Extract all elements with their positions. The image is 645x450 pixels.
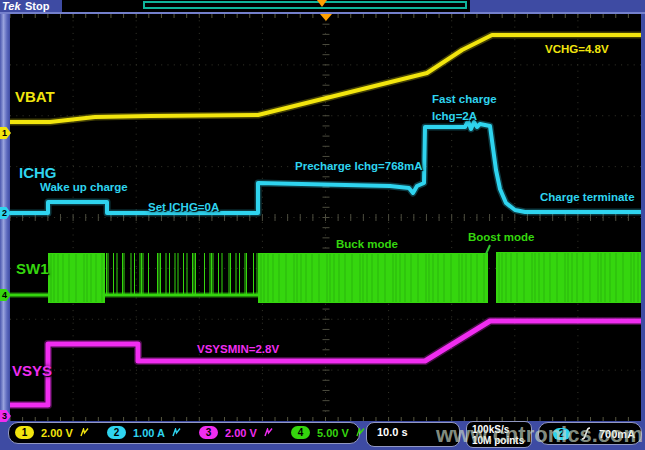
channel-1-badge: 1 <box>15 426 34 439</box>
channel-3-coupling-icon <box>264 428 273 437</box>
channel-1-coupling-icon <box>80 428 89 437</box>
trace-label-vbat: VBAT <box>15 88 55 105</box>
channel-1-readout: 1 2.00 V <box>15 426 89 439</box>
annotation-boost-mode: Boost mode <box>468 231 534 243</box>
channel-4-scale: 5.00 V <box>317 427 349 439</box>
channel-2-coupling-icon <box>172 428 181 437</box>
waveform-canvas <box>10 14 641 421</box>
channel-3-readout: 3 2.00 V <box>199 426 273 439</box>
timebase-value: 10.0 s <box>377 426 408 438</box>
channel-4-coupling-icon <box>356 428 365 437</box>
channel-3-badge: 3 <box>199 426 218 439</box>
channel-1-scale: 2.00 V <box>41 427 73 439</box>
watermark: www.cntronics.com <box>436 422 643 448</box>
waveform-display: VBAT ICHG SW1 VSYS VCHG=4.8V Fast charge… <box>10 14 641 421</box>
top-bar: Tek Stop <box>0 0 645 14</box>
brand-logo: Tek <box>2 0 21 12</box>
channel-2-scale: 1.00 A <box>133 427 165 439</box>
channel-4-readout: 4 5.00 V <box>291 426 365 439</box>
annotation-fast-charge-ichg: Ichg=2A <box>432 110 477 122</box>
channel-2-readout: 2 1.00 A <box>107 426 181 439</box>
annotation-charge-terminate: Charge terminate <box>540 191 635 203</box>
channel-2-badge: 2 <box>107 426 126 439</box>
trace-label-sw1: SW1 <box>16 260 49 277</box>
channel-3-scale: 2.00 V <box>225 427 257 439</box>
record-view-window <box>143 1 467 9</box>
oscilloscope-screen: Tek Stop VBAT ICHG SW1 VSYS VCHG=4.8V Fa… <box>0 0 645 450</box>
acquisition-status: Stop <box>25 0 49 12</box>
annotation-set-ichg: Set ICHG=0A <box>148 201 219 213</box>
record-trigger-marker-icon <box>317 0 327 7</box>
record-view-bar <box>62 0 470 12</box>
annotation-vsysmin: VSYSMIN=2.8V <box>197 343 279 355</box>
annotation-precharge: Precharge Ichg=768mA <box>295 160 423 172</box>
annotation-vchg: VCHG=4.8V <box>545 43 609 55</box>
channel-4-badge: 4 <box>291 426 310 439</box>
annotation-buck-mode: Buck mode <box>336 238 398 250</box>
trigger-position-marker-icon <box>320 14 332 21</box>
trace-label-ichg: ICHG <box>19 164 57 181</box>
channel-readouts-box: 1 2.00 V 2 1.00 A 3 2.00 V 4 5.00 V <box>8 422 360 444</box>
annotation-fast-charge: Fast charge <box>432 93 497 105</box>
annotation-wake-up-charge: Wake up charge <box>40 181 128 193</box>
trace-label-vsys: VSYS <box>12 362 52 379</box>
